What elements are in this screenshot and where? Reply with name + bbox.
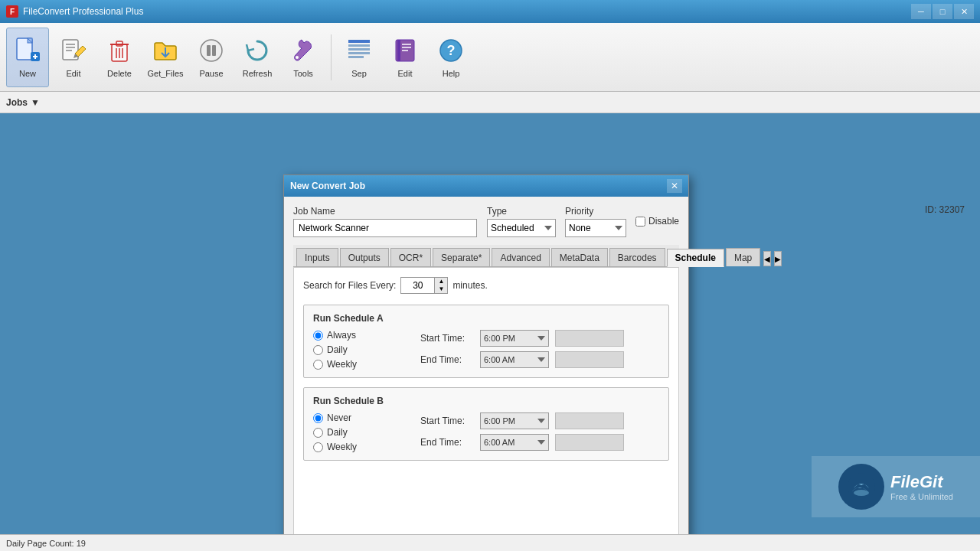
- spin-buttons: ▲ ▼: [434, 277, 448, 294]
- status-text: Daily Page Count: 19: [6, 539, 86, 548]
- radio-a-always[interactable]: Always: [313, 330, 413, 341]
- new-icon: [12, 35, 43, 66]
- schedule-b-radio-group: Never Daily Weekly: [313, 412, 413, 452]
- disable-checkbox[interactable]: [635, 217, 645, 227]
- radio-b-daily[interactable]: Daily: [313, 427, 413, 438]
- radio-a-always-input[interactable]: [313, 331, 323, 341]
- type-group: Type Scheduled Manual Watched: [487, 206, 556, 237]
- svg-point-34: [854, 490, 869, 496]
- toolbar-book-button[interactable]: Edit: [384, 28, 426, 87]
- priority-select[interactable]: None Low Normal High: [565, 219, 626, 237]
- radio-a-weekly-input[interactable]: [313, 360, 323, 370]
- search-files-label: Search for Files Every:: [303, 280, 396, 291]
- toolbar-book-label: Edit: [398, 69, 413, 79]
- close-app-button[interactable]: ✕: [954, 4, 974, 19]
- toolbar-getfiles-button[interactable]: Get_Files: [144, 28, 187, 87]
- radio-b-daily-input[interactable]: [313, 428, 323, 438]
- schedule-b-start-label: Start Time:: [420, 416, 474, 426]
- dialog-body: Job Name Type Scheduled Manual Watched P…: [284, 197, 688, 551]
- radio-a-daily-label: Daily: [327, 344, 348, 355]
- spin-down-button[interactable]: ▼: [435, 285, 447, 293]
- minutes-label: minutes.: [452, 280, 487, 291]
- radio-b-weekly[interactable]: Weekly: [313, 442, 413, 452]
- radio-a-weekly[interactable]: Weekly: [313, 359, 413, 370]
- schedule-b-section: Run Schedule B Never Daily: [303, 387, 669, 461]
- toolbar-new-button[interactable]: New: [6, 28, 49, 87]
- spin-up-button[interactable]: ▲: [435, 278, 447, 285]
- tab-outputs[interactable]: Outputs: [340, 248, 389, 266]
- tab-map[interactable]: Map: [726, 248, 760, 266]
- radio-b-never[interactable]: Never: [313, 412, 413, 423]
- priority-label: Priority: [565, 206, 626, 217]
- toolbar-pause-button[interactable]: Pause: [190, 28, 233, 87]
- schedule-a-end-row: End Time: 6:00 AM 12:00 AM 6:00 PM 12:00…: [420, 351, 659, 368]
- toolbar-help-button[interactable]: ? Help: [430, 28, 472, 87]
- toolbar-refresh-button[interactable]: Refresh: [236, 28, 279, 87]
- tab-ocr[interactable]: OCR*: [390, 248, 431, 266]
- tab-barcodes[interactable]: Barcodes: [609, 248, 665, 266]
- toolbar-getfiles-label: Get_Files: [147, 69, 183, 79]
- app-title: FileConvert Professional Plus: [23, 6, 143, 17]
- book-icon: [390, 35, 420, 66]
- logo-icon: [838, 464, 884, 510]
- toolbar-sep-button[interactable]: Sep: [338, 28, 381, 87]
- schedule-b-end-label: End Time:: [420, 437, 474, 448]
- schedule-b-start-extra: [555, 412, 624, 429]
- priority-group: Priority None Low Normal High: [565, 206, 626, 237]
- schedule-a-start-label: Start Time:: [420, 333, 474, 344]
- logo-name: FileGit: [890, 472, 953, 492]
- tab-prev-button[interactable]: ◀: [763, 251, 771, 266]
- job-name-input[interactable]: [293, 219, 477, 237]
- schedule-a-section: Run Schedule A Always Daily: [303, 305, 669, 378]
- title-bar: F FileConvert Professional Plus ─ □ ✕: [0, 0, 980, 23]
- tab-schedule[interactable]: Schedule: [667, 249, 724, 267]
- disable-group: Disable: [635, 216, 679, 228]
- title-bar-buttons: ─ □ ✕: [911, 4, 974, 19]
- radio-b-weekly-input[interactable]: [313, 442, 323, 452]
- jobs-label: Jobs: [6, 97, 28, 108]
- schedule-b-end-time-select[interactable]: 6:00 AM 12:00 AM 6:00 PM 12:00 PM: [480, 434, 549, 451]
- help-icon: ?: [436, 35, 466, 66]
- type-label: Type: [487, 206, 556, 217]
- toolbar-delete-button[interactable]: Delete: [98, 28, 141, 87]
- search-files-row: Search for Files Every: ▲ ▼ minutes.: [303, 277, 669, 294]
- type-select[interactable]: Scheduled Manual Watched: [487, 219, 556, 237]
- radio-b-never-input[interactable]: [313, 413, 323, 423]
- toolbar-tools-button[interactable]: Tools: [282, 28, 325, 87]
- radio-a-daily-input[interactable]: [313, 345, 323, 355]
- jobs-dropdown[interactable]: Jobs ▼: [6, 97, 40, 108]
- schedule-a-title: Run Schedule A: [313, 313, 659, 324]
- toolbar-edit-button[interactable]: Edit: [52, 28, 95, 87]
- schedule-a-end-time-select[interactable]: 6:00 AM 12:00 AM 6:00 PM 12:00 PM: [480, 351, 549, 368]
- minimize-button[interactable]: ─: [911, 4, 931, 19]
- restore-button[interactable]: □: [933, 4, 952, 19]
- svg-text:?: ?: [447, 43, 456, 58]
- schedule-b-time-grid: Start Time: 6:00 PM 12:00 AM 6:00 AM 12:…: [413, 412, 659, 452]
- main-area: ID: 32307 New Convert Job ✕ Job Name Typ…: [0, 113, 980, 534]
- getfiles-icon: [150, 35, 181, 66]
- tab-separate[interactable]: Separate*: [433, 248, 490, 266]
- toolbar-pause-label: Pause: [199, 69, 223, 79]
- radio-a-daily[interactable]: Daily: [313, 344, 413, 355]
- svg-rect-22: [348, 44, 370, 47]
- logo-text-area: FileGit Free & Unlimited: [890, 472, 953, 501]
- job-name-group: Job Name: [293, 206, 478, 237]
- dialog: New Convert Job ✕ Job Name Type Schedule…: [283, 174, 689, 551]
- schedule-b-title: Run Schedule B: [313, 396, 659, 406]
- svg-point-33: [848, 473, 875, 500]
- dialog-close-button[interactable]: ✕: [667, 179, 682, 193]
- schedule-b-start-time-select[interactable]: 6:00 PM 12:00 AM 6:00 AM 12:00 PM: [480, 412, 549, 429]
- job-name-label: Job Name: [293, 206, 478, 217]
- tab-advanced[interactable]: Advanced: [492, 248, 549, 266]
- schedule-a-start-time-select[interactable]: 6:00 PM 12:00 AM 6:00 AM 12:00 PM: [480, 330, 549, 347]
- radio-b-never-label: Never: [327, 412, 351, 423]
- tab-metadata[interactable]: MetaData: [551, 248, 608, 266]
- jobs-bar: Jobs ▼: [0, 92, 980, 113]
- search-interval-input[interactable]: [400, 277, 434, 294]
- svg-rect-25: [348, 56, 364, 58]
- tab-inputs[interactable]: Inputs: [296, 248, 338, 266]
- toolbar-refresh-label: Refresh: [243, 69, 273, 79]
- tab-next-button[interactable]: ▶: [774, 251, 782, 266]
- toolbar-delete-label: Delete: [107, 69, 132, 79]
- edit-icon: [58, 35, 89, 66]
